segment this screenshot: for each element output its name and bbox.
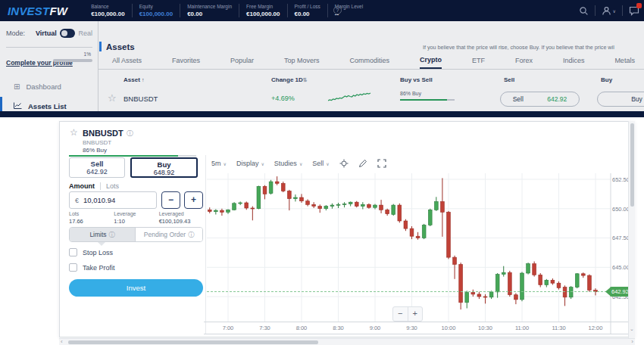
sort-both-icon: ⇅ bbox=[303, 77, 308, 82]
scroll-right-arrow[interactable]: › bbox=[631, 338, 633, 345]
svg-text:9:00: 9:00 bbox=[370, 325, 381, 331]
amount-lots-tabs: Amount Lots bbox=[69, 182, 119, 190]
tab-metals[interactable]: Metals bbox=[614, 57, 635, 68]
svg-text:11:00: 11:00 bbox=[515, 325, 529, 331]
tab-top-movers[interactable]: Top Movers bbox=[284, 57, 320, 68]
svg-text:9:30: 9:30 bbox=[406, 325, 417, 331]
vertical-scrollbar[interactable]: ⌄ bbox=[628, 121, 635, 338]
amount-input[interactable]: € 10,010.94 bbox=[69, 191, 157, 209]
sell-price: 642.92 bbox=[547, 95, 567, 103]
asset-change: +4.69% bbox=[271, 95, 295, 102]
favorite-star-icon[interactable]: ☆ bbox=[108, 92, 117, 104]
dark-divider-band bbox=[0, 111, 644, 117]
zoom-out-button[interactable]: − bbox=[393, 307, 408, 321]
topbar-actions: ∨ bbox=[579, 0, 639, 21]
take-profit-checkbox[interactable] bbox=[69, 263, 77, 272]
info-leveraged: Leveraged€100,109.43 bbox=[159, 211, 204, 225]
profile-progress-bar bbox=[53, 59, 92, 62]
tab-amount[interactable]: Amount bbox=[69, 182, 95, 190]
tab-etf[interactable]: ETF bbox=[472, 57, 485, 68]
logo-part-invest: INVEST bbox=[8, 5, 49, 17]
svg-text:8:00: 8:00 bbox=[296, 325, 308, 331]
sell-button-label: Sell bbox=[70, 160, 124, 168]
stat-balance: Balance€100,000.00 bbox=[84, 4, 132, 17]
take-profit-row: Take Profit bbox=[69, 263, 115, 272]
horizontal-scrollbar[interactable]: ‹ › bbox=[59, 338, 635, 345]
column-header-asset[interactable]: Asset ↑ bbox=[123, 76, 145, 83]
buy-order-button[interactable]: Buy 648.92 bbox=[130, 157, 198, 178]
favorite-star-icon[interactable]: ☆ bbox=[70, 127, 78, 138]
mode-real-label: Real bbox=[78, 30, 92, 37]
info-lots: Lots17.66 bbox=[69, 211, 114, 225]
tab-crypto[interactable]: Crypto bbox=[420, 56, 442, 69]
buy-sentiment-fill bbox=[400, 99, 447, 101]
info-icon[interactable]: ⓘ bbox=[127, 129, 133, 138]
asset-symbol[interactable]: BNBUSDT bbox=[123, 95, 158, 103]
sell-label: Sell bbox=[513, 95, 524, 103]
info-icon: ⓘ bbox=[109, 231, 115, 239]
column-header-buy-vs-sell: Buy vs Sell bbox=[400, 76, 433, 83]
profile-progress-row: Complete your profile 1% bbox=[6, 54, 92, 68]
messages-icon[interactable] bbox=[629, 6, 639, 16]
pending-order-label: Pending Order bbox=[144, 231, 186, 238]
row-sell-button[interactable]: Sell642.92 bbox=[500, 92, 580, 107]
chart-zoom-control: − + bbox=[392, 306, 423, 322]
sparkline-chart bbox=[328, 89, 372, 106]
stop-loss-checkbox[interactable] bbox=[69, 248, 77, 256]
profile-menu[interactable]: ∨ bbox=[602, 6, 616, 16]
zoom-in-button[interactable]: + bbox=[408, 307, 423, 321]
title-accent-bar bbox=[99, 42, 102, 51]
order-type-segmented: Limitsⓘ Pending Orderⓘ bbox=[69, 227, 203, 242]
column-header-change[interactable]: Change 1D⇅ bbox=[271, 76, 308, 83]
svg-text:645.00: 645.00 bbox=[612, 264, 628, 271]
profile-progress-label: 1% bbox=[84, 51, 91, 57]
svg-text:647.50: 647.50 bbox=[612, 235, 628, 241]
svg-text:10:00: 10:00 bbox=[442, 325, 456, 331]
sidebar-item-label: Assets List bbox=[28, 102, 67, 110]
tab-limits[interactable]: Limitsⓘ bbox=[70, 228, 135, 241]
app-screen: INVESTFW Balance€100,000.00Equity€100,00… bbox=[0, 0, 644, 345]
tab-pending-order[interactable]: Pending Orderⓘ bbox=[135, 228, 202, 241]
tab-commodities[interactable]: Commodities bbox=[349, 57, 389, 68]
search-icon[interactable] bbox=[579, 6, 589, 16]
tab-popular[interactable]: Popular bbox=[230, 57, 254, 68]
tab-lots[interactable]: Lots bbox=[106, 182, 119, 190]
asset-category-tabs: All AssetsFavoritesPopularTop MoversComm… bbox=[112, 54, 635, 70]
svg-text:12:00: 12:00 bbox=[589, 325, 603, 331]
row-buy-button[interactable]: Buy bbox=[597, 92, 644, 107]
tab-indices[interactable]: Indices bbox=[563, 57, 585, 68]
vertical-scrollbar-thumb[interactable] bbox=[630, 123, 634, 207]
account-stats: Balance€100,000.00Equity€100,000.00Maint… bbox=[84, 0, 370, 21]
order-modal: ☆ BNBUSDT ⓘ BNBUSDT 86% Buy Sell 642.92 … bbox=[59, 121, 635, 337]
stop-loss-label: Stop Loss bbox=[83, 249, 113, 256]
invest-button[interactable]: Invest bbox=[69, 279, 203, 297]
stat-free-margin: Free Margin€100,000.00 bbox=[239, 4, 287, 17]
sidebar-item-dashboard[interactable]: ⊞ Dashboard bbox=[0, 77, 98, 95]
help-icon[interactable]: ? bbox=[333, 6, 342, 14]
amount-increase-button[interactable]: + bbox=[184, 191, 203, 209]
sell-button-price: 642.92 bbox=[70, 168, 124, 176]
modal-sentiment-fill bbox=[69, 155, 178, 157]
tab-all-assets[interactable]: All Assets bbox=[112, 57, 142, 68]
modal-sentiment-label: 86% Buy bbox=[83, 147, 107, 154]
amount-value: 10,010.94 bbox=[83, 196, 115, 204]
svg-text:7:30: 7:30 bbox=[259, 325, 270, 331]
svg-text:8:30: 8:30 bbox=[333, 325, 344, 331]
modal-symbol: BNBUSDT bbox=[83, 129, 123, 138]
amount-decrease-button[interactable]: − bbox=[161, 191, 180, 209]
page-title: Assets bbox=[106, 42, 135, 51]
limits-label: Limits bbox=[89, 231, 106, 238]
tab-forex[interactable]: Forex bbox=[515, 57, 533, 68]
mode-toggle[interactable] bbox=[60, 29, 76, 38]
tab-favorites[interactable]: Favorites bbox=[172, 57, 200, 68]
horizontal-scrollbar-thumb[interactable] bbox=[68, 340, 318, 344]
sort-up-icon: ↑ bbox=[142, 77, 145, 82]
logo-part-fw: FW bbox=[49, 5, 67, 17]
scroll-left-arrow[interactable]: ‹ bbox=[61, 338, 63, 345]
modal-subtitle: BNBUSDT bbox=[83, 139, 111, 146]
stat-profit-loss: Profit / Loss€0.00 bbox=[287, 4, 327, 17]
scroll-down-arrow[interactable]: ⌄ bbox=[630, 326, 634, 332]
column-header-buy: Buy bbox=[601, 76, 612, 83]
investfw-logo[interactable]: INVESTFW bbox=[8, 5, 67, 17]
sell-order-button[interactable]: Sell 642.92 bbox=[69, 157, 125, 178]
